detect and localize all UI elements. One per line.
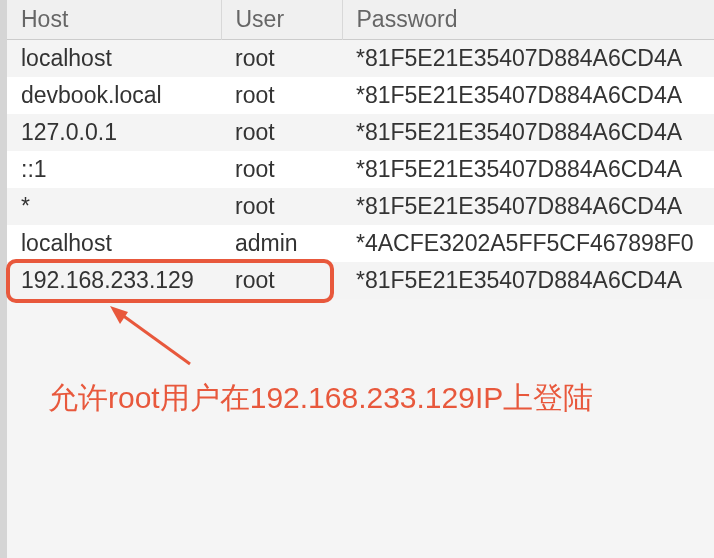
cell-password[interactable]: *81F5E21E35407D884A6CD4A: [342, 40, 714, 78]
table-row[interactable]: 192.168.233.129 root *81F5E21E35407D884A…: [7, 262, 714, 299]
cell-host[interactable]: 192.168.233.129: [7, 262, 221, 299]
arrow-icon: [100, 304, 200, 374]
cell-password[interactable]: *4ACFE3202A5FF5CF467898F0: [342, 225, 714, 262]
cell-password[interactable]: *81F5E21E35407D884A6CD4A: [342, 262, 714, 299]
cell-password[interactable]: *81F5E21E35407D884A6CD4A: [342, 77, 714, 114]
cell-user[interactable]: root: [221, 188, 342, 225]
cell-password[interactable]: *81F5E21E35407D884A6CD4A: [342, 151, 714, 188]
table-container: Host User Password localhost root *81F5E…: [7, 0, 714, 299]
cell-host[interactable]: 127.0.0.1: [7, 114, 221, 151]
cell-password[interactable]: *81F5E21E35407D884A6CD4A: [342, 114, 714, 151]
cell-host[interactable]: localhost: [7, 225, 221, 262]
cell-user[interactable]: admin: [221, 225, 342, 262]
cell-user[interactable]: root: [221, 262, 342, 299]
cell-host[interactable]: *: [7, 188, 221, 225]
cell-user[interactable]: root: [221, 151, 342, 188]
table-row[interactable]: 127.0.0.1 root *81F5E21E35407D884A6CD4A: [7, 114, 714, 151]
table-row[interactable]: * root *81F5E21E35407D884A6CD4A: [7, 188, 714, 225]
annotation-text: 允许root用户在192.168.233.129IP上登陆: [48, 378, 593, 419]
header-password[interactable]: Password: [342, 0, 714, 40]
svg-marker-1: [110, 306, 128, 324]
table-row[interactable]: devbook.local root *81F5E21E35407D884A6C…: [7, 77, 714, 114]
cell-user[interactable]: root: [221, 114, 342, 151]
cell-user[interactable]: root: [221, 40, 342, 78]
svg-line-0: [118, 312, 190, 364]
table-row[interactable]: ::1 root *81F5E21E35407D884A6CD4A: [7, 151, 714, 188]
cell-user[interactable]: root: [221, 77, 342, 114]
cell-host[interactable]: devbook.local: [7, 77, 221, 114]
left-border: [0, 0, 7, 558]
table-body: localhost root *81F5E21E35407D884A6CD4A …: [7, 40, 714, 300]
table-row[interactable]: localhost root *81F5E21E35407D884A6CD4A: [7, 40, 714, 78]
cell-host[interactable]: ::1: [7, 151, 221, 188]
table-row[interactable]: localhost admin *4ACFE3202A5FF5CF467898F…: [7, 225, 714, 262]
header-user[interactable]: User: [221, 0, 342, 40]
cell-host[interactable]: localhost: [7, 40, 221, 78]
header-host[interactable]: Host: [7, 0, 221, 40]
cell-password[interactable]: *81F5E21E35407D884A6CD4A: [342, 188, 714, 225]
data-table: Host User Password localhost root *81F5E…: [7, 0, 714, 299]
header-row[interactable]: Host User Password: [7, 0, 714, 40]
